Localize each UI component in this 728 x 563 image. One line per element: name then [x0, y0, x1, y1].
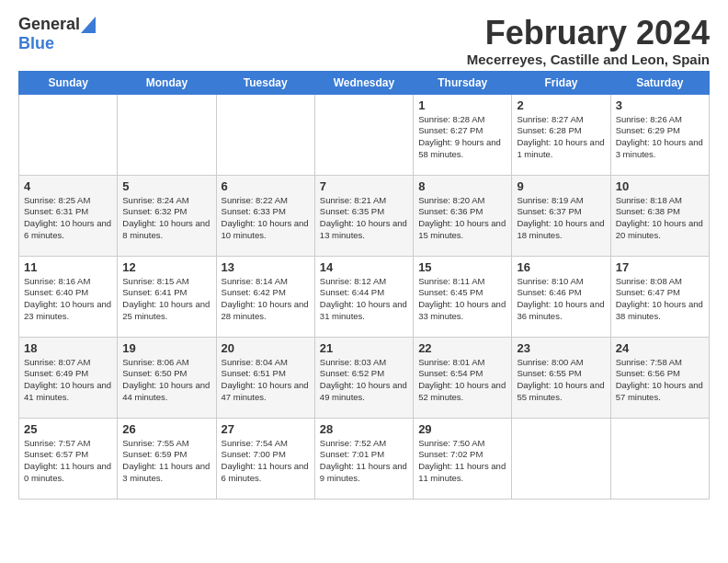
calendar-header-row: SundayMondayTuesdayWednesdayThursdayFrid…: [19, 71, 710, 94]
calendar-cell: 1Sunrise: 8:28 AM Sunset: 6:27 PM Daylig…: [414, 94, 512, 175]
calendar-cell: 6Sunrise: 8:22 AM Sunset: 6:33 PM Daylig…: [216, 175, 314, 256]
calendar-cell: 23Sunrise: 8:00 AM Sunset: 6:55 PM Dayli…: [512, 337, 610, 418]
day-number: 18: [24, 341, 112, 355]
day-number: 10: [616, 179, 704, 193]
cell-content: Sunrise: 7:52 AM Sunset: 7:01 PM Dayligh…: [320, 438, 408, 485]
cell-content: Sunrise: 8:08 AM Sunset: 6:47 PM Dayligh…: [616, 276, 704, 323]
weekday-header: Thursday: [414, 71, 512, 94]
calendar-cell: [216, 94, 314, 175]
day-number: 27: [222, 422, 310, 436]
day-number: 29: [418, 422, 506, 436]
cell-content: Sunrise: 8:28 AM Sunset: 6:27 PM Dayligh…: [418, 114, 506, 161]
day-number: 23: [517, 341, 605, 355]
day-number: 9: [517, 179, 605, 193]
calendar-cell: 27Sunrise: 7:54 AM Sunset: 7:00 PM Dayli…: [216, 418, 314, 499]
cell-content: Sunrise: 8:22 AM Sunset: 6:33 PM Dayligh…: [222, 195, 310, 242]
day-number: 6: [222, 179, 310, 193]
svg-marker-0: [81, 17, 96, 33]
day-number: 15: [418, 260, 506, 274]
logo-general: General: [18, 15, 80, 34]
day-number: 3: [616, 98, 704, 112]
cell-content: Sunrise: 8:18 AM Sunset: 6:38 PM Dayligh…: [616, 195, 704, 242]
cell-content: Sunrise: 8:03 AM Sunset: 6:52 PM Dayligh…: [320, 357, 408, 404]
calendar-cell: 17Sunrise: 8:08 AM Sunset: 6:47 PM Dayli…: [610, 256, 709, 337]
cell-content: Sunrise: 8:26 AM Sunset: 6:29 PM Dayligh…: [616, 114, 704, 161]
header: General Blue February 2024 Mecerreyes, C…: [18, 15, 710, 67]
day-number: 24: [616, 341, 704, 355]
calendar-page: General Blue February 2024 Mecerreyes, C…: [0, 0, 728, 509]
calendar-cell: 3Sunrise: 8:26 AM Sunset: 6:29 PM Daylig…: [610, 94, 709, 175]
title-block: February 2024 Mecerreyes, Castille and L…: [467, 15, 710, 67]
day-number: 14: [320, 260, 408, 274]
logo-blue: Blue: [18, 34, 54, 52]
day-number: 5: [122, 179, 210, 193]
calendar-cell: 12Sunrise: 8:15 AM Sunset: 6:41 PM Dayli…: [118, 256, 216, 337]
calendar-cell: 8Sunrise: 8:20 AM Sunset: 6:36 PM Daylig…: [414, 175, 512, 256]
cell-content: Sunrise: 8:07 AM Sunset: 6:49 PM Dayligh…: [24, 357, 112, 404]
calendar-cell: [19, 94, 118, 175]
calendar-body: 1Sunrise: 8:28 AM Sunset: 6:27 PM Daylig…: [19, 94, 710, 499]
weekday-header: Saturday: [610, 71, 709, 94]
subtitle: Mecerreyes, Castille and Leon, Spain: [467, 52, 710, 67]
logo-triangle-icon: [81, 17, 96, 33]
calendar-cell: 10Sunrise: 8:18 AM Sunset: 6:38 PM Dayli…: [610, 175, 709, 256]
day-number: 12: [122, 260, 210, 274]
calendar-cell: 16Sunrise: 8:10 AM Sunset: 6:46 PM Dayli…: [512, 256, 610, 337]
day-number: 22: [418, 341, 506, 355]
cell-content: Sunrise: 7:54 AM Sunset: 7:00 PM Dayligh…: [222, 438, 310, 485]
cell-content: Sunrise: 8:06 AM Sunset: 6:50 PM Dayligh…: [122, 357, 210, 404]
day-number: 1: [418, 98, 506, 112]
calendar-cell: 20Sunrise: 8:04 AM Sunset: 6:51 PM Dayli…: [216, 337, 314, 418]
calendar-week-row: 1Sunrise: 8:28 AM Sunset: 6:27 PM Daylig…: [19, 94, 710, 175]
cell-content: Sunrise: 8:19 AM Sunset: 6:37 PM Dayligh…: [517, 195, 605, 242]
weekday-header: Monday: [118, 71, 216, 94]
calendar-cell: 19Sunrise: 8:06 AM Sunset: 6:50 PM Dayli…: [118, 337, 216, 418]
cell-content: Sunrise: 8:25 AM Sunset: 6:31 PM Dayligh…: [24, 195, 112, 242]
calendar-cell: [314, 94, 413, 175]
weekday-header: Friday: [512, 71, 610, 94]
day-number: 25: [24, 422, 112, 436]
day-number: 17: [616, 260, 704, 274]
cell-content: Sunrise: 8:01 AM Sunset: 6:54 PM Dayligh…: [418, 357, 506, 404]
cell-content: Sunrise: 7:57 AM Sunset: 6:57 PM Dayligh…: [24, 438, 112, 485]
day-number: 20: [222, 341, 310, 355]
calendar-cell: 7Sunrise: 8:21 AM Sunset: 6:35 PM Daylig…: [314, 175, 413, 256]
main-title: February 2024: [467, 15, 710, 52]
cell-content: Sunrise: 8:15 AM Sunset: 6:41 PM Dayligh…: [122, 276, 210, 323]
cell-content: Sunrise: 8:16 AM Sunset: 6:40 PM Dayligh…: [24, 276, 112, 323]
calendar-week-row: 4Sunrise: 8:25 AM Sunset: 6:31 PM Daylig…: [19, 175, 710, 256]
logo: General Blue: [18, 15, 96, 53]
day-number: 16: [517, 260, 605, 274]
calendar-cell: 26Sunrise: 7:55 AM Sunset: 6:59 PM Dayli…: [118, 418, 216, 499]
cell-content: Sunrise: 8:27 AM Sunset: 6:28 PM Dayligh…: [517, 114, 605, 161]
cell-content: Sunrise: 8:21 AM Sunset: 6:35 PM Dayligh…: [320, 195, 408, 242]
cell-content: Sunrise: 8:00 AM Sunset: 6:55 PM Dayligh…: [517, 357, 605, 404]
cell-content: Sunrise: 8:24 AM Sunset: 6:32 PM Dayligh…: [122, 195, 210, 242]
day-number: 4: [24, 179, 112, 193]
day-number: 7: [320, 179, 408, 193]
calendar-cell: 15Sunrise: 8:11 AM Sunset: 6:45 PM Dayli…: [414, 256, 512, 337]
cell-content: Sunrise: 8:04 AM Sunset: 6:51 PM Dayligh…: [222, 357, 310, 404]
weekday-header: Tuesday: [216, 71, 314, 94]
calendar-cell: 24Sunrise: 7:58 AM Sunset: 6:56 PM Dayli…: [610, 337, 709, 418]
calendar-cell: 25Sunrise: 7:57 AM Sunset: 6:57 PM Dayli…: [19, 418, 118, 499]
cell-content: Sunrise: 7:58 AM Sunset: 6:56 PM Dayligh…: [616, 357, 704, 404]
cell-content: Sunrise: 7:50 AM Sunset: 7:02 PM Dayligh…: [418, 438, 506, 485]
calendar-week-row: 18Sunrise: 8:07 AM Sunset: 6:49 PM Dayli…: [19, 337, 710, 418]
weekday-header: Wednesday: [314, 71, 413, 94]
calendar-table: SundayMondayTuesdayWednesdayThursdayFrid…: [18, 71, 710, 500]
day-number: 26: [122, 422, 210, 436]
calendar-cell: 11Sunrise: 8:16 AM Sunset: 6:40 PM Dayli…: [19, 256, 118, 337]
cell-content: Sunrise: 8:20 AM Sunset: 6:36 PM Dayligh…: [418, 195, 506, 242]
calendar-cell: 21Sunrise: 8:03 AM Sunset: 6:52 PM Dayli…: [314, 337, 413, 418]
day-number: 8: [418, 179, 506, 193]
calendar-cell: 9Sunrise: 8:19 AM Sunset: 6:37 PM Daylig…: [512, 175, 610, 256]
calendar-cell: [610, 418, 709, 499]
calendar-cell: 13Sunrise: 8:14 AM Sunset: 6:42 PM Dayli…: [216, 256, 314, 337]
calendar-cell: 28Sunrise: 7:52 AM Sunset: 7:01 PM Dayli…: [314, 418, 413, 499]
calendar-cell: [118, 94, 216, 175]
day-number: 21: [320, 341, 408, 355]
day-number: 28: [320, 422, 408, 436]
calendar-cell: 5Sunrise: 8:24 AM Sunset: 6:32 PM Daylig…: [118, 175, 216, 256]
calendar-cell: 29Sunrise: 7:50 AM Sunset: 7:02 PM Dayli…: [414, 418, 512, 499]
